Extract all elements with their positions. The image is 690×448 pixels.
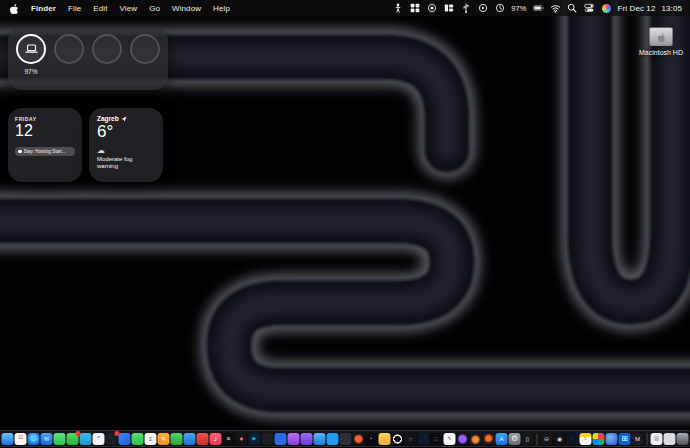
whiteboard-glyph-icon: ✎ xyxy=(447,436,451,441)
dock-item-telegram[interactable] xyxy=(80,433,92,445)
dock-item-app-store[interactable]: A xyxy=(496,433,508,445)
dock-item-safari[interactable] xyxy=(28,433,40,445)
dock-item-calendar[interactable]: 12 xyxy=(15,433,27,445)
dock-item-color-app[interactable] xyxy=(262,433,274,445)
dock-item-loom[interactable] xyxy=(457,433,469,445)
menu-bar-menus: FinderFileEditViewGoWindowHelp xyxy=(25,4,236,13)
weather-condition: Moderate fog warning xyxy=(97,156,149,171)
dock-item-navy-app[interactable] xyxy=(418,433,430,445)
menu-bar-date[interactable]: Fri Dec 12 xyxy=(618,4,656,13)
x-glyph-icon: × xyxy=(226,435,230,442)
dock-item-recent-blue-dots[interactable]: ∵ xyxy=(567,433,579,445)
dock-item-whiteboard[interactable]: ✎ xyxy=(444,433,456,445)
calendar-widget[interactable]: FRIDAY 12 Stay: Hosting Start… xyxy=(8,108,82,182)
media-player-glyph-icon: ▶ xyxy=(253,436,257,441)
dock-item-iterm[interactable]: ▪ xyxy=(366,433,378,445)
dock-item-recent-dark-oval[interactable]: ⊖ xyxy=(541,433,553,445)
dock-item-violet-app[interactable] xyxy=(301,433,313,445)
dock-item-red-utility[interactable] xyxy=(197,433,209,445)
spotlight-icon[interactable] xyxy=(567,3,578,14)
menu-window[interactable]: Window xyxy=(166,4,207,13)
hard-drive-icon xyxy=(649,27,673,46)
menu-help[interactable]: Help xyxy=(207,4,236,13)
dock-item-xcode[interactable] xyxy=(314,433,326,445)
dock-item-launchpad-grid[interactable]: ∷ xyxy=(431,433,443,445)
dock-item-purple-app[interactable] xyxy=(288,433,300,445)
calendar-day: 12 xyxy=(15,123,75,140)
tiles-icon[interactable] xyxy=(409,3,420,14)
battery-percent[interactable]: 97% xyxy=(511,4,526,13)
menu-go[interactable]: Go xyxy=(143,4,166,13)
dock-item-mail[interactable]: ✉ xyxy=(41,433,53,445)
dock-item-chatgpt[interactable] xyxy=(392,433,404,445)
dock-item-keynote[interactable] xyxy=(184,433,196,445)
dock-item-cyberduck[interactable] xyxy=(379,433,391,445)
dock-item-jetbrains[interactable] xyxy=(353,433,365,445)
downloads-document-glyph-icon: ≣ xyxy=(654,435,660,442)
dock-item-pages[interactable]: ✎ xyxy=(158,433,170,445)
play-circle-icon[interactable] xyxy=(477,3,488,14)
dock-item-recent-colorful-grid[interactable] xyxy=(593,433,605,445)
desktop: FinderFileEditViewGoWindowHelp 97%Fri De… xyxy=(0,0,690,448)
dock-item-messages[interactable] xyxy=(54,433,66,445)
battery-icon[interactable] xyxy=(533,3,544,14)
dock-item-preview-file[interactable] xyxy=(664,433,676,445)
dock-item-vscode[interactable] xyxy=(327,433,339,445)
dock-item-github-desktop[interactable] xyxy=(340,433,352,445)
dock-item-blue-sphere[interactable] xyxy=(606,433,618,445)
accessibility-icon[interactable] xyxy=(392,3,403,14)
launchpad-grid-glyph-icon: ∷ xyxy=(435,436,439,442)
dock-item-iphone-mirroring[interactable]: ▯ xyxy=(522,433,534,445)
dock-item-facetime[interactable] xyxy=(132,433,144,445)
clock-icon[interactable] xyxy=(494,3,505,14)
dock-item-recent-capture[interactable]: ◉ xyxy=(554,433,566,445)
dock-item-signal[interactable]: ❞ xyxy=(93,433,105,445)
battery-widget[interactable]: 97% xyxy=(8,27,168,90)
usb-icon[interactable] xyxy=(460,3,471,14)
dock-item-music[interactable]: ♪ xyxy=(210,433,222,445)
dock-item-m-app[interactable]: M xyxy=(632,433,644,445)
dark-circle-app-glyph-icon: ○ xyxy=(409,436,413,442)
dock-item-discord[interactable] xyxy=(106,433,118,445)
dock: 12✉❞≡✎♪×▶▪○∷✎A⚙▯⊖◉∵≡⊞M≣ xyxy=(0,430,690,447)
macintosh-hd-desktop-icon[interactable]: Macintosh HD xyxy=(634,27,688,56)
weather-city-row: Zagreb xyxy=(97,115,155,122)
dock-item-numbers[interactable] xyxy=(171,433,183,445)
dock-item-windows-app[interactable]: ⊞ xyxy=(619,433,631,445)
weather-widget[interactable]: Zagreb 6° ☁ Moderate fog warning xyxy=(89,108,163,182)
dock-item-whatsapp[interactable] xyxy=(67,433,79,445)
dock-item-blender[interactable] xyxy=(470,433,482,445)
menu-file[interactable]: File xyxy=(62,4,87,13)
wifi-icon[interactable] xyxy=(550,3,561,14)
dock-item-system-settings[interactable]: ⚙ xyxy=(509,433,521,445)
battery-ring-empty xyxy=(130,34,160,64)
calendar-event-title: Stay: Hosting Start… xyxy=(24,149,67,154)
dock-item-notes[interactable]: ≡ xyxy=(580,433,592,445)
control-center-icon[interactable] xyxy=(584,3,595,14)
dock-item-notion[interactable]: ≡ xyxy=(145,433,157,445)
battery-widget-devices xyxy=(16,34,160,64)
menu-edit[interactable]: Edit xyxy=(87,4,113,13)
dock-item-media-player[interactable]: ▶ xyxy=(249,433,261,445)
battery-ring-empty xyxy=(54,34,84,64)
apple-menu-icon[interactable] xyxy=(9,3,19,14)
menu-finder[interactable]: Finder xyxy=(25,4,62,13)
dock-item-trash[interactable] xyxy=(677,433,689,445)
weather-temperature: 6° xyxy=(97,123,155,141)
dock-item-dark-circle-app[interactable]: ○ xyxy=(405,433,417,445)
menu-view[interactable]: View xyxy=(114,4,144,13)
dock-item-x[interactable]: × xyxy=(223,433,235,445)
battery-ring-macbook[interactable] xyxy=(16,34,46,64)
dock-item-brave[interactable] xyxy=(483,433,495,445)
dock-item-photo-booth[interactable] xyxy=(236,433,248,445)
record-icon[interactable] xyxy=(426,3,437,14)
window-layout-icon[interactable] xyxy=(443,3,454,14)
dock-item-finder[interactable] xyxy=(2,433,14,445)
dock-item-downloads-document[interactable]: ≣ xyxy=(651,433,663,445)
battery-percent-label: 97% xyxy=(16,68,46,75)
siri-icon[interactable] xyxy=(601,3,612,14)
calendar-event[interactable]: Stay: Hosting Start… xyxy=(15,147,75,156)
dock-item-docs[interactable] xyxy=(275,433,287,445)
menu-bar-time[interactable]: 13:05 xyxy=(661,4,682,13)
dock-item-shortcuts[interactable] xyxy=(119,433,131,445)
